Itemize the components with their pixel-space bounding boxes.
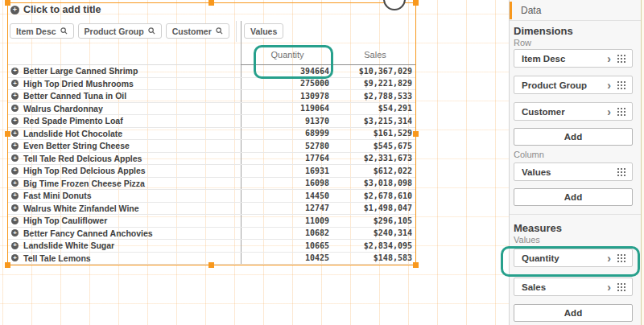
table-row[interactable]: + Better Fancy Canned Anchovies 10682 $2…	[8, 228, 416, 241]
values-chip-label: Values	[250, 27, 277, 36]
quantity-cell: 10425	[241, 253, 334, 262]
search-icon[interactable]	[148, 27, 155, 35]
column-card[interactable]: Values	[514, 162, 633, 181]
resize-handle-top-right[interactable]	[413, 0, 419, 6]
resize-handle-top-middle[interactable]	[208, 0, 214, 6]
dimension-card-label: Customer	[522, 107, 607, 117]
sales-cell: $3,018,098	[334, 179, 416, 187]
row-dimension-cell[interactable]: + Better Large Canned Shrimp	[8, 66, 241, 76]
table-row[interactable]: + High Top Red Delcious Apples 16931 $61…	[8, 165, 416, 178]
sales-cell: $2,678,610	[334, 191, 416, 200]
search-icon[interactable]	[216, 27, 223, 35]
quantity-cell: 275000	[241, 79, 334, 88]
table-row[interactable]: + Fast Mini Donuts 14450 $2,678,610	[8, 190, 416, 203]
resize-handle-top-left[interactable]	[5, 0, 10, 6]
expand-row-icon[interactable]: +	[11, 130, 19, 137]
row-dimension-cell[interactable]: + Better Canned Tuna in Oil	[8, 91, 241, 101]
dimension-card[interactable]: Item Desc ›	[514, 49, 633, 68]
expand-row-icon[interactable]: +	[11, 117, 19, 125]
expand-row-icon[interactable]: +	[11, 179, 19, 187]
table-row[interactable]: + Red Spade Pimento Loaf 91370 $3,215,31…	[8, 115, 416, 128]
drag-handle-icon[interactable]	[617, 107, 627, 116]
chart-title-placeholder[interactable]: + Click to add title	[10, 4, 101, 15]
chevron-right-icon[interactable]: ›	[607, 53, 611, 64]
add-column-button[interactable]: Add	[514, 188, 633, 206]
sales-column-header[interactable]: Sales	[334, 45, 416, 65]
item-name: Even Better String Cheese	[23, 141, 130, 150]
expand-row-icon[interactable]: +	[11, 105, 19, 112]
expand-row-icon[interactable]: +	[11, 229, 19, 237]
add-row-dimension-button[interactable]: Add	[514, 128, 633, 146]
tab-data[interactable]: Data	[510, 0, 642, 21]
table-row[interactable]: + Big Time Frozen Cheese Pizza 16098 $3,…	[8, 178, 416, 191]
row-dimension-cell[interactable]: + Landslide White Sugar	[8, 241, 241, 250]
chevron-right-icon[interactable]: ›	[607, 282, 611, 293]
dimension-card[interactable]: Product Group ›	[514, 76, 633, 94]
table-row[interactable]: + Walrus White Zinfandel Wine 12747 $1,4…	[8, 203, 416, 216]
expand-row-icon[interactable]: +	[11, 93, 19, 100]
drag-handle-icon[interactable]	[617, 80, 627, 89]
column-card-label: Values	[522, 167, 617, 177]
measure-card[interactable]: Sales ›	[514, 278, 633, 296]
drag-handle-icon[interactable]	[617, 167, 627, 176]
drag-handle-icon[interactable]	[617, 54, 627, 63]
dimension-chip[interactable]: Product Group	[78, 23, 162, 39]
expand-row-icon[interactable]: +	[11, 204, 19, 212]
row-dimension-cell[interactable]: + Landslide Hot Chocolate	[8, 129, 241, 138]
expand-row-icon[interactable]: +	[11, 254, 19, 261]
chevron-right-icon[interactable]: ›	[607, 106, 611, 117]
search-icon[interactable]	[60, 27, 68, 35]
row-dimension-cell[interactable]: + High Top Cauliflower	[8, 216, 241, 225]
dimension-card[interactable]: Customer ›	[514, 102, 633, 121]
dimension-card-label: Product Group	[522, 80, 607, 90]
dimension-chip[interactable]: Item Desc	[10, 23, 74, 39]
item-name: Landslide Hot Chocolate	[23, 129, 122, 138]
expand-row-icon[interactable]: +	[11, 68, 19, 75]
table-row[interactable]: + Walrus Chardonnay 119064 $54,291	[8, 103, 416, 116]
item-name: Landslide White Sugar	[23, 241, 114, 250]
measure-header-row: Quantity Sales	[8, 45, 416, 65]
table-row[interactable]: + High Top Cauliflower 11009 $296,105	[8, 215, 416, 228]
table-row[interactable]: + Landslide Hot Chocolate 68999 $161,529	[8, 128, 416, 141]
row-dimension-cell[interactable]: + Walrus Chardonnay	[8, 104, 241, 113]
table-row[interactable]: + Landslide White Sugar 10665 $2,834,095	[8, 240, 416, 253]
expand-row-icon[interactable]: +	[11, 142, 19, 150]
object-action-button[interactable]	[383, 0, 406, 10]
row-dimension-cell[interactable]: + Better Fancy Canned Anchovies	[8, 228, 241, 238]
row-dimension-cell[interactable]: + High Top Red Delcious Apples	[8, 166, 241, 175]
expand-row-icon[interactable]: +	[11, 242, 19, 249]
row-dimension-cell[interactable]: + High Top Dried Mushrooms	[8, 79, 241, 88]
sales-cell: $240,314	[334, 228, 416, 237]
table-row[interactable]: + High Top Dried Mushrooms 275000 $9,221…	[8, 78, 416, 91]
row-dimension-cell[interactable]: + Big Time Frozen Cheese Pizza	[8, 179, 241, 188]
table-row[interactable]: + Better Canned Tuna in Oil 130978 $2,78…	[8, 90, 416, 103]
dimension-chip[interactable]: Customer	[166, 23, 229, 39]
chevron-right-icon[interactable]: ›	[607, 80, 611, 91]
row-dimension-cell[interactable]: + Even Better String Cheese	[8, 141, 241, 150]
row-dimension-cell[interactable]: + Tell Tale Red Delcious Apples	[8, 154, 241, 163]
item-name: High Top Red Delcious Apples	[23, 166, 146, 175]
drag-handle-icon[interactable]	[617, 282, 627, 291]
sales-cell: $296,105	[334, 216, 416, 225]
row-dimension-cell[interactable]: + Red Spade Pimento Loaf	[8, 116, 241, 125]
quantity-cell: 16098	[241, 179, 334, 187]
sales-cell: $54,291	[334, 104, 416, 113]
add-measure-button[interactable]: Add	[514, 304, 633, 322]
table-row[interactable]: + Tell Tale Lemons 10425 $148,583	[8, 253, 416, 265]
table-row[interactable]: + Better Large Canned Shrimp 394664 $10,…	[8, 65, 416, 78]
expand-row-icon[interactable]: +	[11, 217, 19, 224]
row-dimension-cell[interactable]: + Walrus White Zinfandel Wine	[8, 204, 241, 213]
table-row[interactable]: + Tell Tale Red Delcious Apples 17764 $2…	[8, 153, 416, 166]
row-dimension-cell[interactable]: + Fast Mini Donuts	[8, 191, 241, 200]
item-name: Better Canned Tuna in Oil	[23, 91, 126, 101]
expand-row-icon[interactable]: +	[11, 80, 19, 87]
sales-cell: $148,583	[334, 253, 416, 262]
expand-row-icon[interactable]: +	[11, 167, 19, 175]
row-dimension-cell[interactable]: + Tell Tale Lemons	[8, 253, 241, 263]
expand-row-icon[interactable]: +	[11, 192, 19, 200]
column-section-label: Column	[514, 150, 633, 159]
values-chip[interactable]: Values	[244, 23, 283, 39]
item-name: Fast Mini Donuts	[23, 191, 92, 200]
table-row[interactable]: + Even Better String Cheese 52780 $545,6…	[8, 140, 416, 153]
expand-row-icon[interactable]: +	[11, 154, 19, 162]
